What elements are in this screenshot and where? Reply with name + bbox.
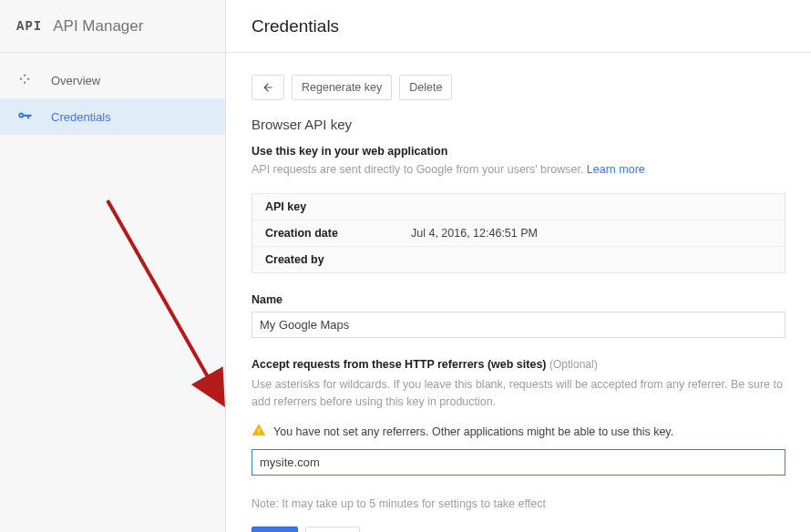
usage-help-text: API requests are sent directly to Google… bbox=[252, 163, 587, 176]
referrers-label-text: Accept requests from these HTTP referrer… bbox=[252, 358, 547, 371]
sidebar-item-overview[interactable]: Overview bbox=[0, 62, 225, 98]
name-input[interactable] bbox=[252, 312, 785, 338]
learn-more-link[interactable]: Learn more bbox=[587, 163, 645, 176]
subheading: Browser API key bbox=[252, 117, 785, 132]
referrers-field-block: Accept requests from these HTTP referrer… bbox=[252, 358, 785, 476]
referrers-input[interactable] bbox=[252, 449, 785, 476]
warning-icon bbox=[252, 423, 266, 440]
referrers-warning: You have not set any referrers. Other ap… bbox=[252, 423, 785, 440]
back-arrow-icon bbox=[261, 81, 275, 94]
info-table: API key Creation date Jul 4, 2016, 12:46… bbox=[252, 193, 785, 273]
creation-date-value: Jul 4, 2016, 12:46:51 PM bbox=[411, 227, 538, 240]
warning-text: You have not set any referrers. Other ap… bbox=[273, 425, 673, 438]
usage-help: API requests are sent directly to Google… bbox=[252, 161, 785, 179]
info-row-creation-date: Creation date Jul 4, 2016, 12:46:51 PM bbox=[252, 220, 785, 247]
name-label: Name bbox=[252, 293, 785, 306]
info-row-created-by: Created by bbox=[252, 247, 785, 272]
created-by-label: Created by bbox=[265, 253, 411, 266]
sidebar-header: API API Manager bbox=[0, 0, 225, 53]
logo: API bbox=[16, 19, 42, 34]
overview-icon bbox=[16, 72, 33, 88]
settings-note: Note: It may take up to 5 minutes for se… bbox=[252, 497, 785, 510]
toolbar: Regenerate key Delete bbox=[252, 75, 785, 100]
name-field-block: Name bbox=[252, 293, 785, 338]
key-icon bbox=[16, 108, 33, 125]
optional-tag: (Optional) bbox=[549, 358, 598, 371]
regenerate-key-button[interactable]: Regenerate key bbox=[292, 75, 392, 100]
sidebar-nav: Overview Credentials bbox=[0, 53, 225, 135]
main: Credentials Regenerate key Delete Browse… bbox=[226, 0, 811, 532]
sidebar-item-credentials[interactable]: Credentials bbox=[0, 98, 225, 135]
api-key-value bbox=[411, 200, 557, 213]
product-name: API Manager bbox=[53, 17, 143, 36]
sidebar-item-label: Credentials bbox=[51, 110, 111, 124]
save-button[interactable]: Save bbox=[252, 527, 298, 532]
cancel-button[interactable]: Cancel bbox=[305, 527, 361, 532]
created-by-value bbox=[411, 253, 557, 266]
referrers-label: Accept requests from these HTTP referrer… bbox=[252, 358, 785, 371]
page-header: Credentials bbox=[226, 0, 811, 53]
back-button[interactable] bbox=[252, 75, 284, 100]
referrers-help: Use asterisks for wildcards. If you leav… bbox=[252, 376, 785, 411]
delete-button[interactable]: Delete bbox=[399, 75, 452, 100]
info-row-api-key: API key bbox=[252, 194, 785, 220]
sidebar-item-label: Overview bbox=[51, 74, 100, 87]
sidebar: API API Manager Overview Credentials bbox=[0, 0, 226, 532]
content: Regenerate key Delete Browser API key Us… bbox=[226, 53, 811, 532]
api-key-label: API key bbox=[265, 200, 411, 213]
creation-date-label: Creation date bbox=[265, 227, 411, 240]
page-title: Credentials bbox=[252, 16, 339, 36]
action-row: Save Cancel bbox=[252, 527, 785, 532]
usage-section: Use this key in your web application API… bbox=[252, 145, 785, 179]
usage-heading: Use this key in your web application bbox=[252, 145, 785, 158]
